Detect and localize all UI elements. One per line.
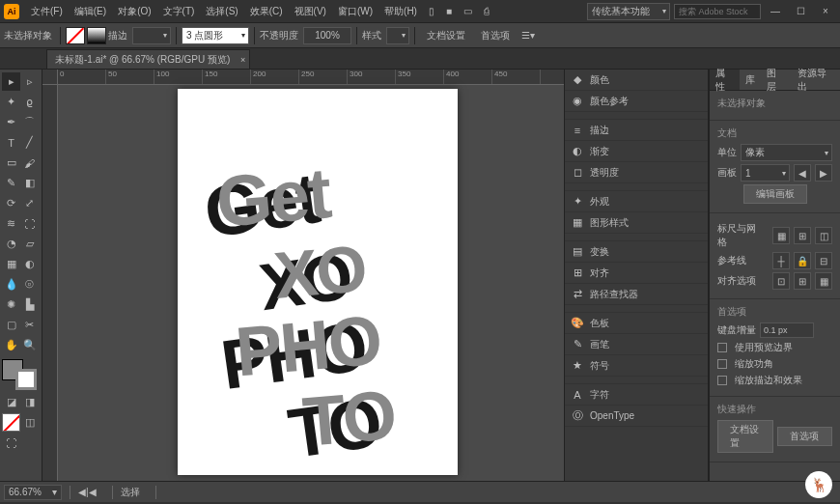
rotate-tool[interactable]: ⟳ [2, 194, 20, 212]
panel-item-5[interactable]: ◻透明度 [565, 162, 708, 183]
brush-dropdown[interactable]: 3 点圆形 [182, 27, 249, 44]
free-transform-tool[interactable]: ⛶ [20, 214, 39, 233]
color-controls[interactable] [2, 359, 40, 392]
rectangle-tool[interactable]: ▭ [2, 154, 20, 172]
scale-tool[interactable]: ⤢ [20, 194, 39, 212]
graph-tool[interactable]: ▙ [20, 295, 39, 314]
selection-tool[interactable]: ▸ [2, 72, 20, 91]
document-setup-button[interactable]: 文档设置 [420, 27, 472, 44]
status-selection[interactable]: 选择 [112, 486, 148, 499]
checkbox-scale-strokes[interactable] [717, 376, 727, 385]
artboard-dropdown[interactable]: 1 [741, 164, 790, 182]
symbol-sprayer-tool[interactable]: ✺ [2, 295, 20, 314]
menu-file[interactable]: 文件(F) [25, 5, 69, 18]
stroke-color[interactable] [15, 369, 37, 390]
workspace-switcher[interactable]: 传统基本功能 [587, 3, 670, 20]
type-tool[interactable]: T [2, 133, 20, 152]
tab-properties[interactable]: 属性 [710, 70, 740, 90]
tab-assets[interactable]: 资源导出 [792, 70, 841, 90]
prev-artboard-icon[interactable]: ◀ [794, 164, 811, 182]
artboard[interactable]: Get Get XO XO PHO PHO TO TO [178, 89, 458, 475]
unit-dropdown[interactable]: 像素 [741, 144, 832, 161]
layout-icon-1[interactable]: ▯ [423, 6, 440, 16]
stroke-swatch[interactable] [87, 27, 106, 44]
eyedropper-tool[interactable]: 💧 [2, 275, 20, 294]
pen-tool[interactable]: ✒ [2, 113, 20, 131]
none-mode-icon[interactable] [2, 413, 20, 432]
panel-item-3[interactable]: ≡描边 [565, 120, 708, 141]
window-minimize[interactable]: — [765, 4, 786, 19]
guides-lock-icon[interactable]: 🔒 [794, 252, 811, 269]
blend-tool[interactable]: ⦾ [20, 275, 39, 294]
quick-doc-setup-button[interactable]: 文档设置 [717, 420, 773, 453]
artwork-text-2[interactable]: XO [271, 230, 369, 313]
shaper-tool[interactable]: ✎ [2, 174, 20, 192]
menu-window[interactable]: 窗口(W) [332, 5, 378, 18]
snap-point-icon[interactable]: ⊡ [772, 272, 790, 290]
panel-item-8[interactable]: ▦图形样式 [565, 212, 708, 234]
tab-libraries[interactable]: 库 [740, 70, 761, 90]
checkbox-scale-corners[interactable] [717, 359, 727, 369]
mesh-tool[interactable]: ▦ [2, 255, 20, 273]
menu-type[interactable]: 文字(T) [157, 5, 201, 18]
opacity-input[interactable] [303, 27, 351, 44]
paintbrush-tool[interactable]: 🖌 [20, 154, 39, 172]
stroke-width-dropdown[interactable] [132, 27, 171, 44]
slice-tool[interactable]: ✂ [20, 316, 39, 334]
layout-icon-2[interactable]: ■ [440, 6, 458, 16]
artboard-tool[interactable]: ▢ [2, 316, 20, 334]
fill-swatch[interactable] [66, 27, 85, 44]
checkbox-preview-bounds[interactable] [717, 343, 727, 352]
snap-grid-icon[interactable]: ▦ [815, 272, 832, 290]
menu-select[interactable]: 选择(S) [200, 5, 243, 18]
artboard-nav-first-icon[interactable]: |◀ [86, 487, 97, 497]
curvature-tool[interactable]: ⌒ [20, 113, 39, 131]
panel-item-7[interactable]: ✦外观 [565, 191, 708, 212]
gradient-mode-icon[interactable]: ◨ [20, 393, 39, 411]
panel-item-4[interactable]: ◐渐变 [565, 141, 708, 162]
hand-tool[interactable]: ✋ [2, 336, 20, 354]
document-tab[interactable]: 未标题-1.ai* @ 66.67% (RGB/GPU 预览) × [46, 49, 250, 69]
grid-icon[interactable]: ⊞ [794, 227, 811, 244]
snap-pixel-icon[interactable]: ⊞ [794, 272, 811, 290]
arrange-icon[interactable]: ⎙ [478, 6, 495, 16]
lasso-tool[interactable]: ϱ [20, 93, 39, 111]
panel-item-16[interactable]: ★符号 [565, 355, 708, 377]
panel-item-0[interactable]: ◆颜色 [565, 70, 708, 91]
transparency-grid-icon[interactable]: ◫ [815, 227, 832, 244]
shape-builder-tool[interactable]: ◔ [2, 235, 20, 253]
draw-normal-icon[interactable]: ◫ [20, 413, 39, 432]
artwork-text-4[interactable]: TO [300, 375, 398, 462]
panel-item-1[interactable]: ◉颜色参考 [565, 91, 708, 112]
menu-effect[interactable]: 效果(C) [244, 5, 289, 18]
window-maximize[interactable]: ☐ [790, 4, 811, 19]
screen-mode-icon[interactable]: ⛶ [2, 434, 20, 452]
menu-view[interactable]: 视图(V) [289, 5, 332, 18]
smart-guides-icon[interactable]: ⊟ [815, 252, 832, 269]
artwork-text-1[interactable]: Get [213, 152, 333, 243]
panel-item-11[interactable]: ⊞对齐 [565, 263, 708, 284]
artboard-nav-prev-icon[interactable]: ◀ [78, 487, 86, 497]
panel-item-10[interactable]: ▤变换 [565, 241, 708, 263]
close-tab-icon[interactable]: × [240, 55, 245, 65]
panel-item-18[interactable]: A字符 [565, 384, 708, 406]
panel-item-12[interactable]: ⇄路径查找器 [565, 284, 708, 305]
menu-object[interactable]: 对象(O) [112, 5, 156, 18]
next-artboard-icon[interactable]: ▶ [815, 164, 832, 182]
eraser-tool[interactable]: ◧ [20, 174, 39, 192]
menu-edit[interactable]: 编辑(E) [69, 5, 112, 18]
stock-search-input[interactable] [674, 4, 761, 19]
ruler-origin[interactable] [42, 70, 58, 85]
ruler-icon[interactable]: ▦ [772, 227, 790, 244]
edit-artboards-button[interactable]: 编辑画板 [743, 184, 807, 204]
panel-item-14[interactable]: 🎨色板 [565, 313, 708, 334]
direct-selection-tool[interactable]: ▹ [20, 72, 39, 91]
guides-show-icon[interactable]: ┼ [772, 252, 790, 269]
line-tool[interactable]: ╱ [20, 133, 39, 152]
preferences-button[interactable]: 首选项 [474, 27, 517, 44]
width-tool[interactable]: ≋ [2, 214, 20, 233]
gradient-tool[interactable]: ◐ [20, 255, 39, 273]
panel-item-19[interactable]: ⓄOpenType [565, 406, 708, 427]
more-icon[interactable]: ☰▾ [521, 30, 535, 41]
canvas[interactable]: 050100150200250300350400450 Get Get XO X… [42, 70, 564, 481]
